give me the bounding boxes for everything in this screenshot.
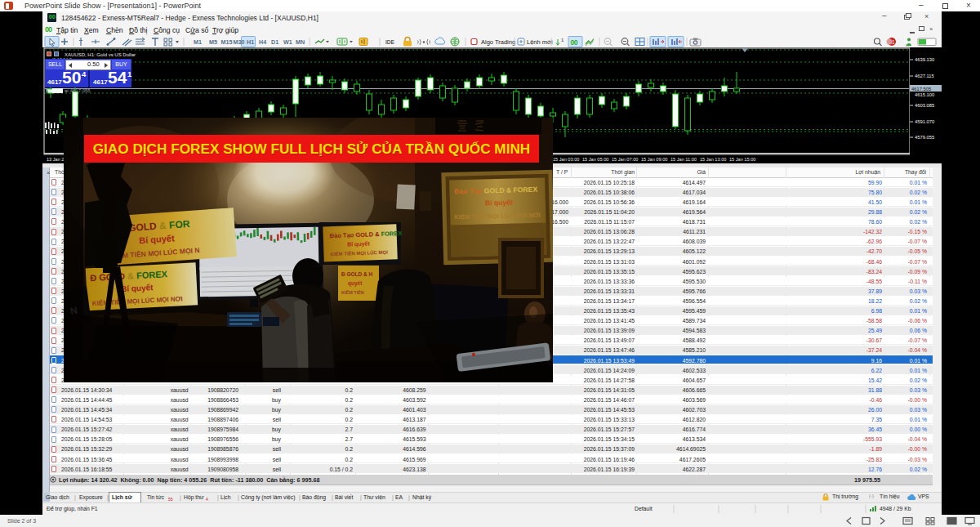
svg-text:M15: M15 xyxy=(221,38,233,46)
svg-text:15 Jan 05:00: 15 Jan 05:00 xyxy=(582,157,608,162)
svg-text:H4: H4 xyxy=(259,38,266,46)
svg-text:00: 00 xyxy=(571,38,578,47)
svg-text:15 Jan 15:00: 15 Jan 15:00 xyxy=(729,157,755,162)
svg-text:4579.055: 4579.055 xyxy=(915,135,934,140)
svg-text:M5: M5 xyxy=(209,38,217,46)
svg-text:Algo Trading: Algo Trading xyxy=(481,38,515,46)
svg-text:15 Jan 09:00: 15 Jan 09:00 xyxy=(641,157,667,162)
svg-text:15 Jan 13:00: 15 Jan 13:00 xyxy=(700,157,726,162)
svg-text:Lệnh mới: Lệnh mới xyxy=(527,38,553,46)
svg-text:1: 1 xyxy=(561,38,564,42)
svg-text:4591.070: 4591.070 xyxy=(915,119,934,124)
svg-text:H1: H1 xyxy=(247,38,254,46)
svg-text:M30: M30 xyxy=(234,38,245,46)
svg-text:IDE: IDE xyxy=(385,39,395,45)
svg-text:1: 1 xyxy=(892,39,895,45)
svg-text:15 Jan 03:00: 15 Jan 03:00 xyxy=(553,157,579,162)
svg-text:M1: M1 xyxy=(194,38,202,46)
svg-text:D1: D1 xyxy=(271,38,278,46)
svg-text:4603.085: 4603.085 xyxy=(915,103,934,108)
svg-text:4627.115: 4627.115 xyxy=(915,74,934,78)
svg-text:4615.100: 4615.100 xyxy=(915,92,934,97)
svg-text:15 Jan 11:00: 15 Jan 11:00 xyxy=(670,157,697,162)
svg-text:4639.130: 4639.130 xyxy=(915,57,934,62)
svg-text:W1: W1 xyxy=(283,38,292,46)
svg-text:15 Jan 07:00: 15 Jan 07:00 xyxy=(612,157,638,162)
svg-text:4617.505: 4617.505 xyxy=(911,87,931,92)
svg-text:MN: MN xyxy=(296,38,305,46)
